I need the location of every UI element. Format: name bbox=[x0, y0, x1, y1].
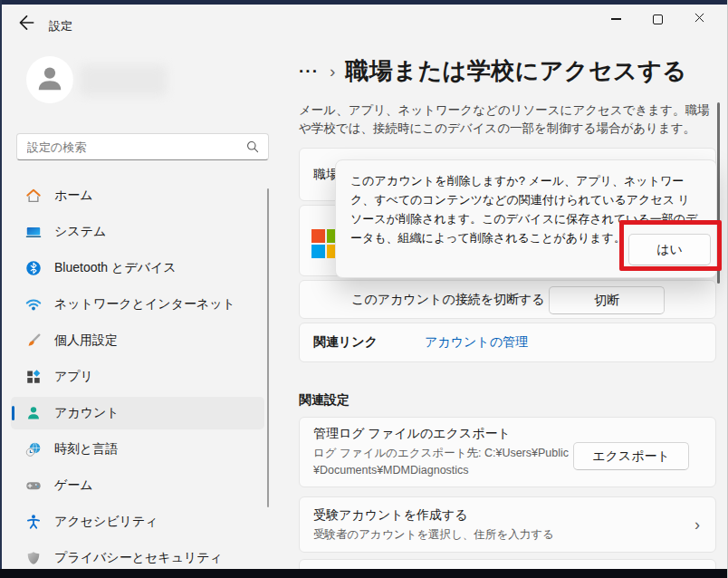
sidebar-item-label: Bluetooth とデバイス bbox=[54, 260, 177, 276]
selection-pill bbox=[12, 406, 14, 420]
ms-logo-blue bbox=[311, 245, 325, 258]
export-card-title: 管理ログ ファイルのエクスポート bbox=[313, 426, 715, 442]
sidebar-item-label: ネットワークとインターネット bbox=[54, 296, 235, 313]
privacy-icon bbox=[25, 550, 42, 566]
arrow-left-icon bbox=[16, 20, 36, 35]
sidebar-item-label: アカウント bbox=[54, 405, 120, 421]
window-top-border bbox=[0, 0, 728, 5]
sidebar-item-network-internet[interactable]: ネットワークとインターネット bbox=[11, 288, 264, 321]
minimize-button[interactable] bbox=[595, 7, 637, 31]
sidebar-item-gaming[interactable]: ゲーム bbox=[11, 469, 264, 502]
maximize-button[interactable] bbox=[637, 7, 678, 31]
export-button[interactable]: エクスポート bbox=[573, 442, 689, 470]
sidebar-item-time-language[interactable]: 時刻と言語 bbox=[11, 433, 264, 466]
search-input[interactable] bbox=[17, 140, 245, 154]
back-button[interactable] bbox=[16, 13, 40, 34]
breadcrumb-ellipsis[interactable]: ··· bbox=[299, 62, 319, 82]
close-button[interactable] bbox=[678, 7, 720, 31]
time-language-icon bbox=[25, 441, 42, 458]
related-settings-header: 関連設定 bbox=[299, 392, 350, 409]
sidebar-item-label: 個人用設定 bbox=[54, 332, 118, 349]
disconnect-button[interactable]: 切断 bbox=[549, 286, 665, 314]
personalization-icon bbox=[25, 332, 42, 349]
related-links-label: 関連リンク bbox=[313, 334, 378, 351]
accounts-icon bbox=[25, 405, 42, 421]
minimize-icon bbox=[611, 18, 621, 19]
sidebar-item-personalization[interactable]: 個人用設定 bbox=[11, 324, 264, 357]
breadcrumb: ··· › 職場または学校にアクセスする bbox=[299, 55, 686, 87]
window-left-border bbox=[0, 0, 2, 578]
avatar[interactable] bbox=[26, 56, 73, 103]
disconnect-label: このアカウントの接続を切断する bbox=[351, 292, 545, 308]
sidebar-item-apps[interactable]: アプリ bbox=[11, 361, 264, 393]
sidebar-item-accounts[interactable]: アカウント bbox=[11, 397, 264, 429]
sidebar-item-home[interactable]: ホーム bbox=[11, 179, 264, 212]
sidebar-scrollbar[interactable] bbox=[267, 188, 269, 507]
sidebar-item-accessibility[interactable]: アクセシビリティ bbox=[11, 506, 264, 538]
gaming-icon bbox=[25, 477, 42, 494]
related-links-row: 関連リンク アカウントの管理 bbox=[299, 323, 716, 362]
chevron-right-icon: › bbox=[694, 515, 700, 535]
username-redacted bbox=[80, 65, 167, 96]
sidebar-item-label: 時刻と言語 bbox=[54, 441, 118, 458]
page-description: メール、アプリ、ネットワークなどのリソースにアクセスできます。職場や学校では、接… bbox=[299, 101, 717, 138]
apps-icon bbox=[25, 369, 42, 385]
sidebar-item-label: ゲーム bbox=[54, 477, 93, 494]
accessibility-icon bbox=[25, 514, 42, 530]
confirm-yes-button[interactable]: はい bbox=[628, 234, 711, 265]
exam-account-card[interactable]: 受験アカウントを作成する 受験者のアカウントを選択し、住所を入力する › bbox=[299, 496, 716, 553]
taskbar-strip bbox=[0, 569, 728, 578]
sidebar-nav: ホーム システム Bluetooth とデバイス ネットワークとインターネット bbox=[11, 179, 264, 578]
content-scrollbar[interactable] bbox=[717, 102, 720, 284]
bluetooth-icon bbox=[25, 260, 42, 276]
close-icon bbox=[693, 11, 706, 28]
network-icon bbox=[25, 296, 42, 313]
sidebar-item-label: アプリ bbox=[54, 369, 93, 385]
chevron-right-icon: › bbox=[330, 62, 335, 82]
sidebar-item-label: プライバシーとセキュリティ bbox=[54, 550, 223, 566]
sidebar-item-label: システム bbox=[54, 224, 106, 240]
sidebar-item-label: アクセシビリティ bbox=[54, 514, 158, 530]
settings-search bbox=[16, 133, 269, 160]
system-icon bbox=[25, 224, 42, 240]
page-title: 職場または学校にアクセスする bbox=[345, 55, 686, 87]
person-icon bbox=[34, 63, 65, 97]
ms-logo-red bbox=[311, 229, 325, 243]
exam-card-title: 受験アカウントを作成する bbox=[313, 507, 715, 524]
sidebar-item-label: ホーム bbox=[54, 188, 93, 204]
exam-card-subtitle: 受験者のアカウントを選択し、住所を入力する bbox=[313, 527, 715, 543]
app-title: 設定 bbox=[49, 18, 72, 34]
sidebar-item-system[interactable]: システム bbox=[11, 216, 264, 248]
home-icon bbox=[25, 188, 42, 204]
settings-window: 設定 ホーム システム bbox=[0, 0, 728, 578]
window-controls bbox=[595, 7, 720, 31]
remove-account-dialog: このアカウントを削除しますか? メール、アプリ、ネットワーク、すべてのコンテンツ… bbox=[335, 159, 717, 278]
export-log-card: 管理ログ ファイルのエクスポート ログ ファイルのエクスポート先: C:¥Use… bbox=[299, 417, 716, 487]
sidebar-item-bluetooth-devices[interactable]: Bluetooth とデバイス bbox=[11, 252, 264, 284]
search-icon[interactable] bbox=[245, 140, 260, 154]
maximize-icon bbox=[653, 14, 663, 24]
disconnect-row: このアカウントの接続を切断する 切断 bbox=[299, 280, 716, 319]
manage-account-link[interactable]: アカウントの管理 bbox=[425, 334, 528, 351]
